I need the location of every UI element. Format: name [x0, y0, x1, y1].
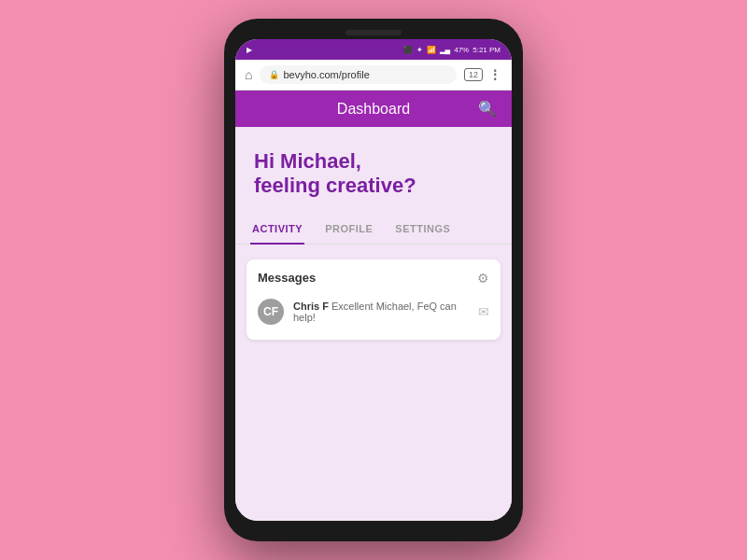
more-options-icon[interactable]: ⋮ [488, 67, 502, 82]
battery-text: 47% [454, 46, 469, 54]
bluetooth-icon: ✦ [416, 46, 423, 54]
filter-icon[interactable]: ⚙ [477, 271, 489, 286]
browser-actions: 12 ⋮ [464, 67, 502, 82]
lock-icon: 🔒 [269, 70, 279, 79]
messages-card: Messages ⚙ CF Chris F Excellent Michael,… [247, 259, 500, 340]
home-icon[interactable]: ⌂ [245, 67, 252, 82]
tab-activity[interactable]: ACTIVITY [250, 214, 304, 244]
signal-icon: ▂▄ [440, 46, 451, 54]
messages-header: Messages ⚙ [258, 271, 489, 286]
greeting-line1: Hi Michael, [254, 149, 493, 174]
status-bar: ▶ ⬛ ✦ 📶 ▂▄ 47% 5:21 PM [235, 39, 512, 60]
phone-device: ▶ ⬛ ✦ 📶 ▂▄ 47% 5:21 PM ⌂ 🔒 bevyho.com/pr… [224, 19, 523, 541]
tabs-row: ACTIVITY PROFILE SETTINGS [235, 214, 512, 245]
message-content: Chris F Excellent Michael, FeQ can help! [293, 301, 469, 323]
phone-speaker [345, 30, 402, 35]
envelope-icon: ✉ [478, 304, 489, 319]
greeting-text: Hi Michael, feeling creative? [254, 149, 493, 199]
url-text: bevyho.com/profile [283, 69, 369, 80]
wifi-icon: 📶 [427, 46, 436, 54]
video-icon: ▶ [247, 46, 252, 54]
message-item[interactable]: CF Chris F Excellent Michael, FeQ can he… [258, 295, 489, 329]
main-content: Hi Michael, feeling creative? ACTIVITY P… [235, 127, 512, 521]
content-area: Messages ⚙ CF Chris F Excellent Michael,… [235, 245, 512, 355]
tab-count[interactable]: 12 [464, 68, 483, 81]
time-text: 5:21 PM [472, 46, 500, 54]
tab-settings[interactable]: SETTINGS [393, 214, 452, 244]
url-bar[interactable]: 🔒 bevyho.com/profile [260, 65, 457, 84]
search-icon[interactable]: 🔍 [478, 100, 497, 118]
greeting-line2: feeling creative? [254, 174, 493, 198]
tab-profile[interactable]: PROFILE [323, 214, 374, 244]
cast-icon: ⬛ [403, 46, 413, 54]
greeting-section: Hi Michael, feeling creative? [235, 127, 512, 214]
app-title: Dashboard [269, 101, 478, 118]
app-header: Dashboard 🔍 [235, 91, 512, 127]
browser-bar: ⌂ 🔒 bevyho.com/profile 12 ⋮ [235, 60, 512, 91]
avatar: CF [258, 299, 284, 325]
messages-title: Messages [258, 271, 316, 285]
message-sender: Chris F [293, 301, 329, 312]
phone-screen: ▶ ⬛ ✦ 📶 ▂▄ 47% 5:21 PM ⌂ 🔒 bevyho.com/pr… [235, 39, 512, 521]
